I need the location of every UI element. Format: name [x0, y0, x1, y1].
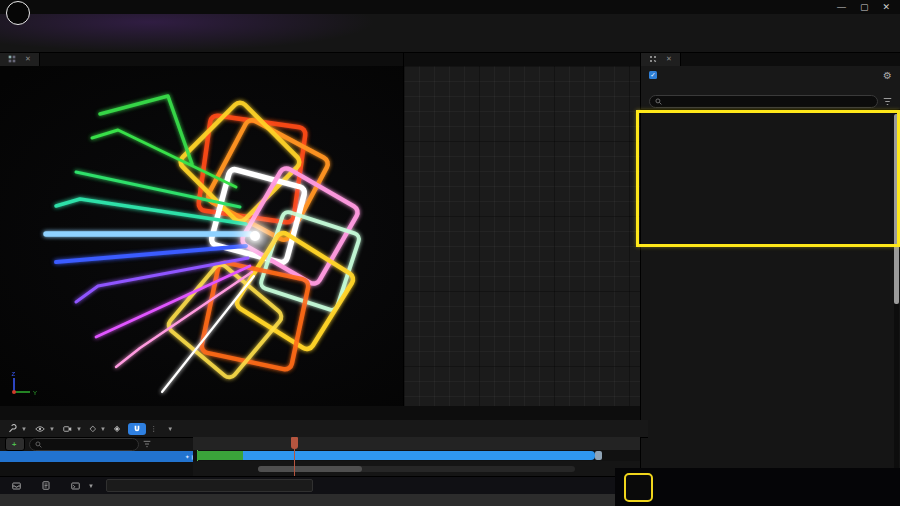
node-graph-canvas[interactable]: [404, 66, 640, 406]
timeline-range-bar[interactable]: [243, 451, 595, 460]
close-icon[interactable]: ✕: [25, 55, 31, 63]
search-icon: [35, 441, 42, 448]
scrollbar-thumb[interactable]: [894, 114, 899, 304]
tab-selection[interactable]: ✕: [641, 52, 681, 66]
axis-gizmo: Y Z: [12, 371, 38, 396]
gear-icon[interactable]: ⚙: [883, 70, 892, 81]
emitter-enabled-checkbox[interactable]: ✓: [649, 71, 657, 79]
content-drawer-button[interactable]: [6, 482, 30, 490]
search-icon: [655, 98, 662, 105]
timeline-ruler-area[interactable]: [193, 437, 640, 476]
window-controls: — ▢ ✕: [837, 2, 900, 12]
console-command-input[interactable]: [106, 479, 313, 492]
preview-panel: ✕: [0, 52, 403, 406]
horizontal-scrollbar-thumb[interactable]: [258, 466, 362, 472]
cmd-dropdown[interactable]: ▼: [65, 482, 100, 490]
minimize-button[interactable]: —: [837, 2, 846, 12]
timeline-panel: ▼ ▼ ▼ ◇▼ ◈ ⋮ ▼ +: [0, 406, 640, 476]
system-overview-panel: [404, 52, 640, 406]
preview-viewport[interactable]: Y Z: [0, 66, 403, 406]
keyframe-all-icon[interactable]: ◈: [114, 424, 120, 433]
timeline-toolbar: ▼ ▼ ▼ ◇▼ ◈ ⋮ ▼: [0, 420, 648, 438]
fps-dropdown[interactable]: ▼: [165, 424, 173, 433]
eye-icon[interactable]: ▼: [35, 425, 55, 433]
playback-controls: [0, 462, 193, 476]
unreal-niagara-window: — ▢ ✕ ✕: [0, 0, 900, 506]
track-search-input[interactable]: [29, 438, 139, 451]
keyframe-icon[interactable]: ◇▼: [90, 424, 106, 433]
fireworks-effect: Y Z: [0, 66, 403, 406]
playhead-marker[interactable]: [291, 437, 298, 449]
wrench-icon[interactable]: ▼: [8, 424, 27, 433]
snap-magnet-button[interactable]: [128, 423, 146, 435]
coreb-logo-icon: [624, 473, 653, 502]
drawer-icon: [12, 482, 21, 490]
time-ruler[interactable]: [193, 437, 640, 451]
branding-overlay: [615, 468, 900, 506]
range-handle[interactable]: [595, 451, 602, 460]
filter-icon[interactable]: [143, 440, 151, 448]
camera-icon[interactable]: ▼: [63, 425, 82, 433]
selection-panel: ✕ ✓ ⚙: [641, 52, 900, 476]
unreal-logo-icon: [6, 1, 30, 25]
log-icon: [42, 481, 50, 490]
particle-count: [641, 84, 900, 94]
title-bar: — ▢ ✕: [0, 0, 900, 14]
cmd-icon: [71, 482, 80, 490]
tab-preview[interactable]: ✕: [0, 52, 40, 66]
add-track-button[interactable]: +: [5, 437, 25, 451]
svg-text:Y: Y: [33, 390, 37, 396]
svg-text:Z: Z: [12, 371, 16, 377]
stack-search-input[interactable]: [649, 95, 878, 108]
maximize-button[interactable]: ▢: [860, 2, 869, 12]
track-list: + ✦ ▣: [0, 437, 194, 476]
filter-icon[interactable]: [883, 97, 892, 106]
playhead-line: [294, 449, 295, 476]
output-log-button[interactable]: [36, 481, 59, 490]
close-icon[interactable]: ✕: [666, 55, 672, 63]
close-button[interactable]: ✕: [882, 2, 890, 12]
track-row-selected[interactable]: ✦ ▣: [0, 451, 201, 462]
main-toolbar: [0, 14, 900, 53]
